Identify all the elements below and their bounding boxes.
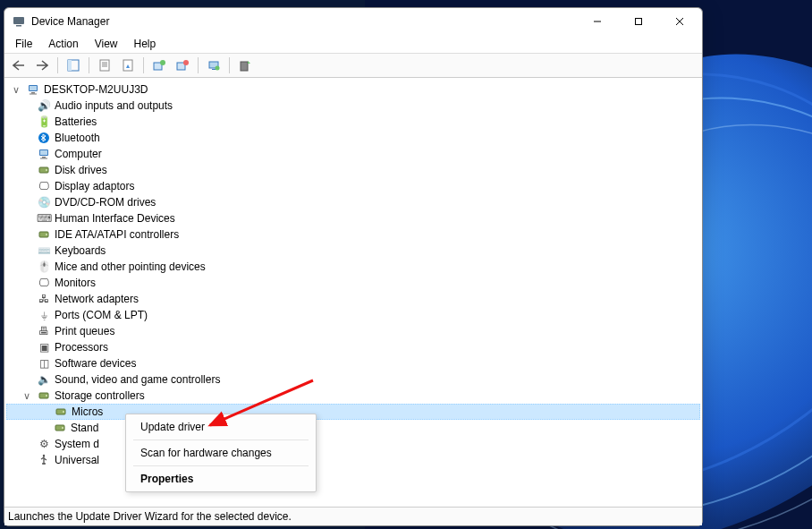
svg-point-38: [63, 411, 64, 413]
ctx-properties[interactable]: Properties: [126, 466, 316, 491]
tree-row[interactable]: ◫Software devices: [6, 355, 700, 371]
tree-row[interactable]: 🖧Network adapters: [6, 291, 700, 307]
status-text: Launches the Update Driver Wizard for th…: [8, 510, 292, 523]
tree-row[interactable]: IDE ATA/ATAPI controllers: [6, 226, 700, 243]
bluetooth-icon: [37, 131, 51, 145]
audio-icon: 🔊: [37, 98, 51, 113]
tree-node-label: Stand: [71, 422, 98, 434]
titlebar: Device Manager: [4, 8, 702, 35]
svg-rect-9: [100, 60, 109, 71]
svg-point-40: [62, 427, 63, 429]
tree-row[interactable]: ⚙System d: [6, 436, 700, 452]
tree-row[interactable]: ⌨Human Interface Devices: [6, 210, 700, 226]
printer-icon: 🖶: [37, 324, 51, 338]
menu-file[interactable]: File: [8, 36, 39, 52]
device-tree[interactable]: ∨DESKTOP-M2UUJ3D🔊Audio inputs and output…: [4, 78, 702, 508]
svg-rect-4: [636, 19, 642, 25]
tree-node-label: Audio inputs and outputs: [55, 99, 173, 112]
close-button[interactable]: [659, 8, 700, 35]
toolbar-back-button[interactable]: [8, 55, 30, 75]
toolbar-separator: [143, 57, 144, 73]
tree-row[interactable]: ∨Storage controllers: [6, 388, 700, 404]
tree-row[interactable]: Micros: [6, 404, 700, 420]
tree-node-label: Human Interface Devices: [55, 212, 175, 225]
svg-rect-1: [13, 17, 24, 24]
svg-rect-24: [31, 92, 35, 94]
processor-icon: ▣: [37, 340, 51, 354]
svg-rect-23: [30, 86, 37, 90]
monitor-icon: 🖵: [37, 276, 51, 290]
battery-icon: 🔋: [37, 115, 51, 129]
tree-node-label: Universal: [55, 454, 99, 466]
tree-row[interactable]: Disk drives: [6, 162, 700, 178]
tree-node-label: DVD/CD-ROM drives: [55, 196, 156, 209]
disk-icon: [37, 163, 51, 177]
window-title: Device Manager: [31, 15, 109, 28]
tree-row[interactable]: 🖵Monitors: [6, 275, 700, 291]
toolbar-update-driver-button[interactable]: [148, 55, 170, 75]
hid-icon: ⌨: [37, 211, 51, 226]
chevron-down-icon[interactable]: ∨: [10, 83, 22, 96]
ctx-update-driver[interactable]: Update driver: [126, 414, 316, 439]
toolbar-show-hide-button[interactable]: [63, 55, 84, 75]
tree-row[interactable]: 🔋Batteries: [6, 114, 700, 130]
tree-row[interactable]: Stand: [6, 420, 700, 436]
svg-rect-2: [16, 25, 21, 27]
tree-node-label: Mice and other pointing devices: [55, 260, 206, 273]
tree-row[interactable]: ▣Processors: [6, 339, 700, 355]
tree-node-label: Disk drives: [55, 164, 107, 176]
dvd-icon: 💿: [37, 195, 51, 209]
tree-node-label: Processors: [55, 341, 108, 354]
computer-icon: [37, 147, 51, 161]
tree-row[interactable]: 🔈Sound, video and game controllers: [6, 371, 700, 388]
storage-device-icon: [53, 421, 67, 435]
ports-icon: ⏚: [37, 308, 51, 322]
tree-row[interactable]: 🖱️Mice and other pointing devices: [6, 259, 700, 275]
minimize-button[interactable]: [577, 8, 618, 35]
svg-point-34: [46, 234, 47, 235]
toolbar-scan-hardware-button[interactable]: [203, 55, 224, 75]
tree-node-label: Sound, video and game controllers: [55, 373, 220, 386]
svg-rect-19: [212, 69, 216, 70]
tree-node-label: IDE ATA/ATAPI controllers: [55, 228, 179, 241]
toolbar-uninstall-button[interactable]: [172, 55, 193, 75]
toolbar-add-legacy-button[interactable]: [234, 55, 256, 75]
menu-view[interactable]: View: [88, 36, 125, 52]
toolbar-separator: [198, 57, 199, 73]
svg-rect-25: [30, 94, 37, 95]
tree-row[interactable]: 🔊Audio inputs and outputs: [6, 98, 700, 114]
toolbar-forward-button[interactable]: [31, 55, 53, 75]
tree-node-label: Network adapters: [55, 293, 139, 305]
tree-node-label: Computer: [55, 148, 102, 160]
menu-help[interactable]: Help: [127, 36, 164, 52]
tree-row[interactable]: Bluetooth: [6, 130, 700, 146]
chevron-down-icon[interactable]: ∨: [21, 389, 33, 402]
toolbar-properties-button[interactable]: [94, 55, 115, 75]
tree-row[interactable]: Universal: [6, 452, 700, 468]
tree-root-row[interactable]: ∨DESKTOP-M2UUJ3D: [6, 81, 700, 98]
tree-row[interactable]: ⏚Ports (COM & LPT): [6, 307, 700, 323]
svg-point-32: [46, 169, 47, 171]
ctx-scan-hardware[interactable]: Scan for hardware changes: [126, 440, 316, 465]
tree-row[interactable]: 🖵Display adaptors: [6, 178, 700, 194]
tree-row[interactable]: ⌨️Keyboards: [6, 243, 700, 259]
toolbar-separator: [229, 57, 230, 73]
context-menu: Update driver Scan for hardware changes …: [125, 414, 317, 492]
sound-icon: 🔈: [37, 372, 51, 387]
tree-node-label: Ports (COM & LPT): [55, 309, 148, 321]
toolbar: [4, 53, 702, 78]
tree-row[interactable]: 🖶Print queues: [6, 323, 700, 339]
window-icon: [12, 14, 26, 29]
tree-row[interactable]: 💿DVD/CD-ROM drives: [6, 194, 700, 210]
tree-node-label: Display adaptors: [55, 180, 134, 192]
mouse-icon: 🖱️: [37, 260, 51, 274]
storage-device-icon: [54, 405, 68, 419]
tree-node-label: DESKTOP-M2UUJ3D: [44, 83, 148, 96]
tree-row[interactable]: Computer: [6, 146, 700, 162]
menu-action[interactable]: Action: [41, 36, 85, 52]
toolbar-refresh-button[interactable]: [117, 55, 139, 75]
ide-icon: [37, 227, 51, 242]
device-manager-window: Device Manager File Action View Help ∨DE…: [4, 7, 703, 526]
computer-icon: [26, 82, 40, 97]
maximize-button[interactable]: [618, 8, 659, 35]
